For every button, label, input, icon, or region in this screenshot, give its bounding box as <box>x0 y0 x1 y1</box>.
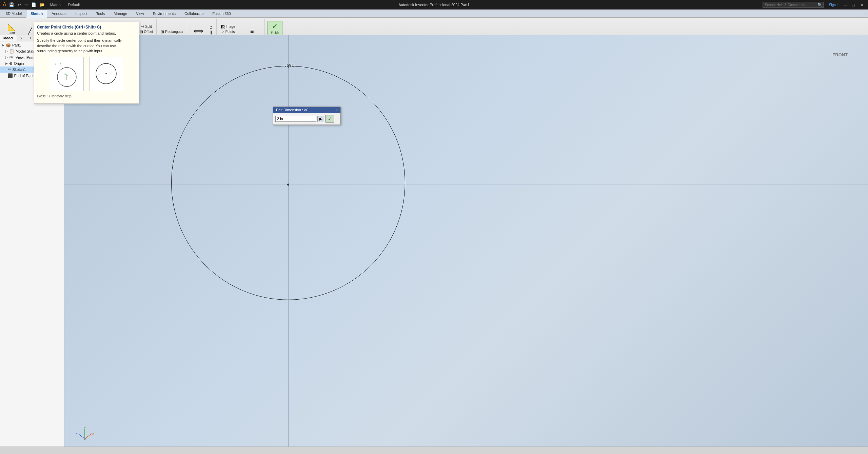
end-of-part-arrow <box>5 74 6 77</box>
sketch-circle <box>171 66 405 300</box>
dimension-icon: ⟺ <box>194 27 203 34</box>
tab-fusion360[interactable]: Fusion 360 <box>208 10 235 17</box>
edit-dim-arrow-button[interactable]: ▶ <box>317 116 324 122</box>
svg-point-15 <box>105 73 107 74</box>
tip-circle-2-svg <box>91 58 121 89</box>
tab-view[interactable]: View <box>132 10 149 17</box>
offset-icon: ⊠ <box>140 30 143 34</box>
model-states-arrow: ▷ <box>5 50 8 53</box>
title-bar: A 💾 ↩ ↪ 📄 📂 Material Default Autodesk In… <box>0 0 868 10</box>
rectangular-button[interactable]: ⊞ Rectangular <box>159 30 185 34</box>
tab-collaborate[interactable]: Collaborate <box>180 10 208 17</box>
tab-manage[interactable]: Manage <box>109 10 132 17</box>
minimize-button[interactable]: ─ <box>842 2 848 7</box>
points-icon: ⁘ <box>221 30 224 34</box>
svg-text:+: + <box>60 62 61 65</box>
show-format-icon: ≡ <box>250 28 254 34</box>
tooltip-detail: Specify the circle center point and then… <box>37 38 136 54</box>
app-logo-icon: A <box>3 2 6 8</box>
tab-environments[interactable]: Environments <box>149 10 180 17</box>
split-button[interactable]: ⊣ Split <box>138 24 155 29</box>
dim-line-top <box>288 65 289 68</box>
qa-undo-icon[interactable]: ↩ <box>17 2 22 7</box>
view-arrow: ▷ <box>5 56 8 59</box>
part1-label: Part1 <box>12 43 21 47</box>
origin-arrow: ▶ <box>5 62 8 65</box>
svg-line-1 <box>78 434 85 439</box>
dimension-label-text: .691 <box>284 63 294 68</box>
close-button[interactable]: ✕ <box>859 2 865 7</box>
rectangular-icon: ⊞ <box>161 30 164 34</box>
panel-tab-close[interactable]: × <box>17 35 26 41</box>
points-button[interactable]: ⁘ Points <box>219 30 237 34</box>
svg-text:×: × <box>66 74 68 77</box>
ribbon-extra: ▿ <box>865 10 868 17</box>
qa-default-label: Default <box>68 3 80 7</box>
origin-icon: ⊕ <box>9 61 13 66</box>
tooltip-images: 2 + × 1 <box>37 57 136 91</box>
rectangular-label: Rectangular <box>165 30 183 34</box>
end-of-part-icon: ⬛ <box>8 73 13 78</box>
search-icon: 🔍 <box>817 3 822 7</box>
tab-sketch[interactable]: Sketch <box>26 10 47 18</box>
sign-in-button[interactable]: Sign In <box>829 3 840 7</box>
title-right: 🔍 Sign In ─ □ ✕ <box>763 2 865 8</box>
qa-save-icon[interactable]: 💾 <box>8 2 15 7</box>
tooltip-description: Creates a circle using a center point an… <box>37 31 136 36</box>
split-icon: ⊣ <box>141 25 144 29</box>
finish-sketch-icon: ✓ <box>272 22 278 30</box>
edit-dimension-dialog: Edit Dimension : d0 × ▶ ✓ <box>273 107 341 125</box>
edit-dimension-title: Edit Dimension : d0 × <box>273 107 340 113</box>
qa-open-icon[interactable]: 📂 <box>39 2 45 7</box>
circle-center-dot <box>287 184 289 186</box>
end-of-part-label: End of Part <box>14 74 33 78</box>
collinear-icon: ∥ <box>210 31 212 34</box>
svg-line-0 <box>85 434 92 439</box>
part1-arrow: ▶ <box>2 43 4 47</box>
tab-annotate[interactable]: Annotate <box>47 10 71 17</box>
tip-circle-1-svg: 2 + × 1 <box>52 58 82 89</box>
qa-redo-icon[interactable]: ↪ <box>24 2 28 7</box>
tab-tools[interactable]: Tools <box>92 10 110 17</box>
collinear-button[interactable]: ∥ <box>208 30 214 35</box>
app-title: Autodesk Inventor Professional 2024 Part… <box>398 3 469 7</box>
title-left: A 💾 ↩ ↪ 📄 📂 Material Default <box>3 2 80 8</box>
model-states-icon: 📋 <box>9 49 14 54</box>
tab-inspect[interactable]: Inspect <box>71 10 92 17</box>
edit-dim-input[interactable] <box>275 116 316 122</box>
offset-button[interactable]: ⊠ Offset <box>138 30 155 34</box>
panel-tab-model[interactable]: Model <box>0 35 17 41</box>
axis-indicator: X Y Z <box>75 423 95 444</box>
ribbon-tabs: 3D Model Sketch Annotate Inspect Tools M… <box>0 10 868 18</box>
edit-dim-ok-button[interactable]: ✓ <box>326 115 334 122</box>
line-icon: ╱ <box>28 28 32 34</box>
svg-text:X: X <box>92 432 94 435</box>
title-center: Autodesk Inventor Professional 2024 Part… <box>398 3 469 7</box>
edit-dim-close-icon[interactable]: × <box>336 108 338 112</box>
image-label: Image <box>226 25 235 29</box>
search-input[interactable] <box>763 2 824 8</box>
tab-3d-model[interactable]: 3D Model <box>1 10 26 17</box>
coincident-button[interactable]: ⊙ <box>208 25 214 30</box>
tooltip-footer: Press F1 for more help <box>37 94 136 99</box>
image-icon: 🖼 <box>221 25 225 29</box>
maximize-button[interactable]: □ <box>851 2 856 7</box>
svg-text:2: 2 <box>55 62 57 65</box>
search-box[interactable]: 🔍 <box>763 2 824 8</box>
tooltip-popup: Center Point Circle (Ctrl+Shift+C) Creat… <box>34 22 139 104</box>
tooltip-title: Center Point Circle (Ctrl+Shift+C) <box>37 25 136 30</box>
svg-text:1: 1 <box>64 73 66 75</box>
svg-text:Y: Y <box>75 432 77 435</box>
origin-label: Origin <box>14 61 24 65</box>
main-canvas[interactable]: .691 Edit Dimension : d0 × ▶ ✓ FRONT X Y… <box>64 35 868 454</box>
tooltip-img1: 2 + × 1 <box>50 57 84 91</box>
view-icon: 👁 <box>9 55 13 60</box>
svg-text:Z: Z <box>84 425 86 428</box>
qa-new-icon[interactable]: 📄 <box>31 2 37 7</box>
start-2d-sketch-icon: 📐 <box>7 24 16 31</box>
svg-point-3 <box>84 438 86 440</box>
sketch1-label: Sketch1 <box>13 68 26 72</box>
sketch1-arrow <box>5 68 6 71</box>
front-label: FRONT <box>832 52 848 57</box>
image-button[interactable]: 🖼 Image <box>219 24 237 29</box>
